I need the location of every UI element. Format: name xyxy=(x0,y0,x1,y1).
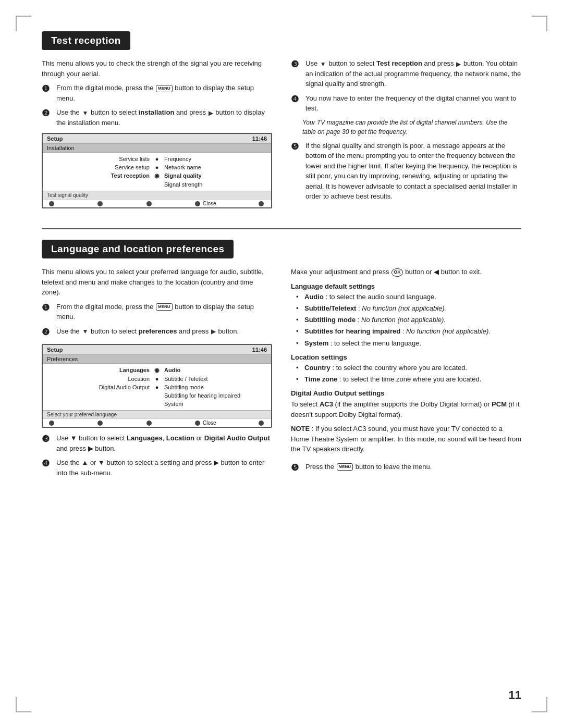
arrow-down-icon: ▼ xyxy=(82,108,88,118)
section1-italic: Your TV magazine can provide the list of… xyxy=(302,118,521,137)
arrow-right-icon: ▶ xyxy=(209,108,213,118)
page: Test reception This menu allows you to c… xyxy=(0,0,563,728)
section2-step1: ❶ From the digital mode, press the MENU … xyxy=(42,302,272,322)
digital-audio-title: Digital Audio Output settings xyxy=(291,389,521,397)
section2-content: This menu allows you to select your pref… xyxy=(42,267,521,482)
screen2-header-left: Setup xyxy=(47,347,63,353)
corner-tr xyxy=(532,16,547,31)
screen2: Setup 11:46 Preferences Languages ◉ Audi… xyxy=(42,344,272,428)
arrow-down-icon2: ▼ xyxy=(320,59,326,69)
lang-item-subtitle: Subtitle/Teletext : No function (not app… xyxy=(296,304,521,313)
screen1-header-left: Setup xyxy=(47,135,63,142)
section-language: Language and location preferences This m… xyxy=(42,240,521,482)
section2-top-right: Make your adjustment and press OK button… xyxy=(291,267,521,277)
arrow-down-icon3: ▼ xyxy=(82,327,88,336)
location-title: Location settings xyxy=(291,353,521,361)
screen2-row5: System xyxy=(43,400,271,408)
screen1-body: Service lists ● Frequency Service setup … xyxy=(43,153,271,191)
section-test-reception: Test reception This menu allows you to c… xyxy=(42,31,521,214)
lang-item-system: System : to select the menu language. xyxy=(296,339,521,348)
screen1: Setup 11:46 Installation Service lists ●… xyxy=(42,133,272,208)
screen1-row3: Test reception ◉ Signal quality xyxy=(43,171,271,180)
section1-title: Test reception xyxy=(42,31,130,50)
step2-text2: button to select installation and press xyxy=(91,108,208,116)
step2-text1: Use the xyxy=(56,108,81,116)
section1-step5: ❺ If the signal quality and strength is … xyxy=(291,141,521,202)
screen2-body: Languages ◉ Audio Location ● Subtitle / … xyxy=(43,364,271,410)
menu-icon: MENU xyxy=(156,85,173,92)
section1-content: This menu allows you to check the streng… xyxy=(42,58,521,214)
screen2-row3: Digital Audio Output ● Subtitling mode xyxy=(43,383,271,391)
section2-right: Make your adjustment and press OK button… xyxy=(291,267,521,482)
section1-intro: This menu allows you to check the streng… xyxy=(42,58,272,79)
page-number: 11 xyxy=(509,688,521,702)
lang-item-audio: Audio : to select the audio sound langua… xyxy=(296,292,521,302)
arrow-right-icon2: ▶ xyxy=(456,59,461,69)
screen1-row2: Service setup ● Network name xyxy=(43,163,271,171)
lang-item-hearing: Subtitles for hearing impaired : No func… xyxy=(296,327,521,336)
section-divider xyxy=(42,228,521,229)
digital-audio-note: NOTE : If you select AC3 sound, you must… xyxy=(291,424,521,454)
section2-step2: ❷ Use the ▼ button to select preferences… xyxy=(42,326,272,339)
section2-intro: This menu allows you to select your pref… xyxy=(42,267,272,298)
arrow-right-icon3: ▶ xyxy=(211,327,216,336)
location-country: Country : to select the country where yo… xyxy=(296,363,521,373)
screen1-subheader: Installation xyxy=(43,144,271,153)
section2-title: Language and location preferences xyxy=(42,240,234,258)
ok-icon: OK xyxy=(391,268,403,277)
screen2-footer: Select your prefered language xyxy=(43,410,271,418)
screen2-row4: Subtitling for hearing impaired xyxy=(43,391,271,400)
section2-step5: ❺ Press the MENU button to leave the men… xyxy=(291,462,521,474)
screen1-header-right: 11:46 xyxy=(252,135,267,142)
screen2-row1: Languages ◉ Audio xyxy=(43,366,271,375)
section2-step3: ❸ Use ▼ button to select Languages, Loca… xyxy=(42,433,272,453)
menu-icon3: MENU xyxy=(337,463,353,471)
screen1-row4: Signal strength xyxy=(43,180,271,189)
location-list: Country : to select the country where yo… xyxy=(291,363,521,384)
section1-step2: ❷ Use the ▼ button to select installatio… xyxy=(42,107,272,128)
screen1-buttons: Close xyxy=(43,199,271,207)
menu-icon2: MENU xyxy=(156,303,173,311)
location-timezone: Time zone : to select the time zone wher… xyxy=(296,375,521,384)
screen2-buttons: Close xyxy=(43,418,271,427)
screen2-subheader: Preferences xyxy=(43,355,271,364)
section1-step3: ❸ Use ▼ button to select Test reception … xyxy=(291,58,521,89)
corner-tl xyxy=(16,16,31,31)
section2-step4: ❹ Use the ▲ or ▼ button to select a sett… xyxy=(42,458,272,478)
section1-right: ❸ Use ▼ button to select Test reception … xyxy=(291,58,521,214)
section2-left: This menu allows you to select your pref… xyxy=(42,267,272,482)
section1-step4: ❹ You now have to enter the frequency of… xyxy=(291,93,521,114)
section1-step1: ❶ From the digital mode, press the MENU … xyxy=(42,83,272,103)
screen2-header: Setup 11:46 xyxy=(43,345,271,355)
screen2-row2: Location ● Subtitle / Teletext xyxy=(43,375,271,383)
lang-default-title: Language default settings xyxy=(291,282,521,290)
screen1-header: Setup 11:46 xyxy=(43,134,271,144)
lang-default-list: Audio : to select the audio sound langua… xyxy=(291,292,521,348)
section1-left: This menu allows you to check the streng… xyxy=(42,58,272,214)
step1-text1: From the digital mode, press the xyxy=(56,84,155,92)
corner-bl xyxy=(16,697,31,712)
screen1-footer: Test signal quality xyxy=(43,191,271,199)
screen2-header-right: 11:46 xyxy=(252,347,267,353)
screen1-row1: Service lists ● Frequency xyxy=(43,155,271,163)
digital-audio-text: To select AC3 (if the amplifier supports… xyxy=(291,399,521,419)
lang-item-subtitling: Subtitling mode : No function (not appli… xyxy=(296,315,521,325)
corner-br xyxy=(532,697,547,712)
